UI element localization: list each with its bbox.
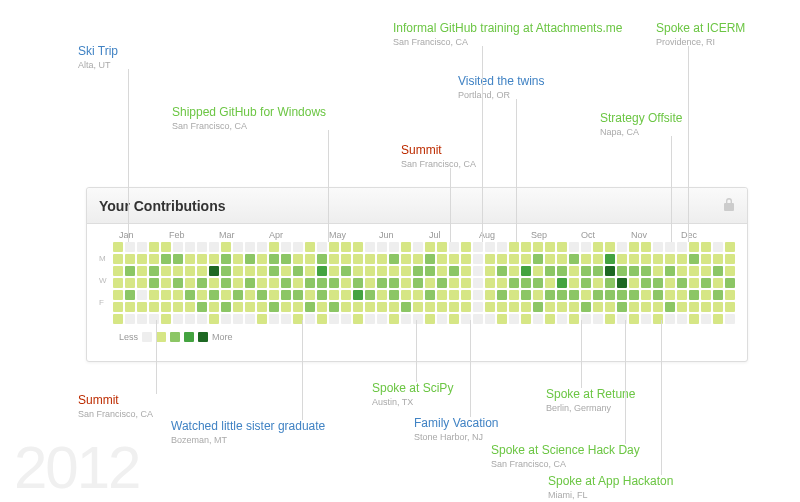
- day-cell[interactable]: [389, 242, 399, 252]
- day-cell[interactable]: [173, 254, 183, 264]
- day-cell[interactable]: [233, 266, 243, 276]
- day-cell[interactable]: [653, 290, 663, 300]
- day-cell[interactable]: [497, 242, 507, 252]
- day-cell[interactable]: [161, 278, 171, 288]
- day-cell[interactable]: [209, 302, 219, 312]
- day-cell[interactable]: [233, 254, 243, 264]
- day-cell[interactable]: [437, 242, 447, 252]
- day-cell[interactable]: [305, 278, 315, 288]
- day-cell[interactable]: [557, 314, 567, 324]
- day-cell[interactable]: [341, 290, 351, 300]
- day-cell[interactable]: [269, 242, 279, 252]
- day-cell[interactable]: [245, 242, 255, 252]
- day-cell[interactable]: [713, 290, 723, 300]
- day-cell[interactable]: [257, 314, 267, 324]
- day-cell[interactable]: [245, 278, 255, 288]
- day-cell[interactable]: [497, 314, 507, 324]
- day-cell[interactable]: [425, 290, 435, 300]
- day-cell[interactable]: [653, 266, 663, 276]
- day-cell[interactable]: [509, 242, 519, 252]
- day-cell[interactable]: [629, 290, 639, 300]
- day-cell[interactable]: [473, 242, 483, 252]
- day-cell[interactable]: [173, 242, 183, 252]
- day-cell[interactable]: [317, 278, 327, 288]
- day-cell[interactable]: [617, 242, 627, 252]
- day-cell[interactable]: [689, 266, 699, 276]
- day-cell[interactable]: [209, 254, 219, 264]
- day-cell[interactable]: [533, 314, 543, 324]
- day-cell[interactable]: [281, 242, 291, 252]
- day-cell[interactable]: [617, 302, 627, 312]
- day-cell[interactable]: [605, 254, 615, 264]
- day-cell[interactable]: [689, 278, 699, 288]
- day-cell[interactable]: [545, 290, 555, 300]
- day-cell[interactable]: [137, 314, 147, 324]
- day-cell[interactable]: [185, 254, 195, 264]
- day-cell[interactable]: [461, 290, 471, 300]
- day-cell[interactable]: [521, 290, 531, 300]
- day-cell[interactable]: [329, 302, 339, 312]
- day-cell[interactable]: [485, 314, 495, 324]
- day-cell[interactable]: [437, 290, 447, 300]
- day-cell[interactable]: [593, 242, 603, 252]
- day-cell[interactable]: [257, 290, 267, 300]
- day-cell[interactable]: [197, 242, 207, 252]
- day-cell[interactable]: [653, 254, 663, 264]
- day-cell[interactable]: [593, 266, 603, 276]
- day-cell[interactable]: [149, 254, 159, 264]
- day-cell[interactable]: [365, 314, 375, 324]
- day-cell[interactable]: [401, 254, 411, 264]
- day-cell[interactable]: [389, 266, 399, 276]
- day-cell[interactable]: [461, 242, 471, 252]
- day-cell[interactable]: [485, 254, 495, 264]
- day-cell[interactable]: [113, 242, 123, 252]
- day-cell[interactable]: [641, 302, 651, 312]
- day-cell[interactable]: [545, 242, 555, 252]
- day-cell[interactable]: [341, 254, 351, 264]
- day-cell[interactable]: [305, 314, 315, 324]
- day-cell[interactable]: [173, 302, 183, 312]
- day-cell[interactable]: [533, 242, 543, 252]
- day-cell[interactable]: [641, 242, 651, 252]
- day-cell[interactable]: [605, 290, 615, 300]
- day-cell[interactable]: [197, 314, 207, 324]
- day-cell[interactable]: [377, 254, 387, 264]
- day-cell[interactable]: [473, 278, 483, 288]
- day-cell[interactable]: [389, 302, 399, 312]
- day-cell[interactable]: [257, 278, 267, 288]
- day-cell[interactable]: [581, 290, 591, 300]
- day-cell[interactable]: [533, 302, 543, 312]
- day-cell[interactable]: [449, 254, 459, 264]
- day-cell[interactable]: [221, 254, 231, 264]
- day-cell[interactable]: [497, 302, 507, 312]
- day-cell[interactable]: [257, 302, 267, 312]
- day-cell[interactable]: [581, 254, 591, 264]
- day-cell[interactable]: [713, 254, 723, 264]
- day-cell[interactable]: [185, 290, 195, 300]
- day-cell[interactable]: [305, 242, 315, 252]
- day-cell[interactable]: [569, 278, 579, 288]
- day-cell[interactable]: [509, 266, 519, 276]
- day-cell[interactable]: [497, 278, 507, 288]
- day-cell[interactable]: [665, 266, 675, 276]
- day-cell[interactable]: [329, 314, 339, 324]
- day-cell[interactable]: [401, 314, 411, 324]
- day-cell[interactable]: [329, 242, 339, 252]
- day-cell[interactable]: [557, 254, 567, 264]
- day-cell[interactable]: [569, 242, 579, 252]
- day-cell[interactable]: [701, 242, 711, 252]
- day-cell[interactable]: [257, 266, 267, 276]
- day-cell[interactable]: [125, 254, 135, 264]
- day-cell[interactable]: [677, 290, 687, 300]
- day-cell[interactable]: [665, 302, 675, 312]
- day-cell[interactable]: [209, 290, 219, 300]
- day-cell[interactable]: [449, 242, 459, 252]
- day-cell[interactable]: [149, 266, 159, 276]
- day-cell[interactable]: [173, 314, 183, 324]
- day-cell[interactable]: [569, 290, 579, 300]
- day-cell[interactable]: [281, 278, 291, 288]
- day-cell[interactable]: [149, 242, 159, 252]
- day-cell[interactable]: [281, 302, 291, 312]
- day-cell[interactable]: [581, 314, 591, 324]
- day-cell[interactable]: [377, 314, 387, 324]
